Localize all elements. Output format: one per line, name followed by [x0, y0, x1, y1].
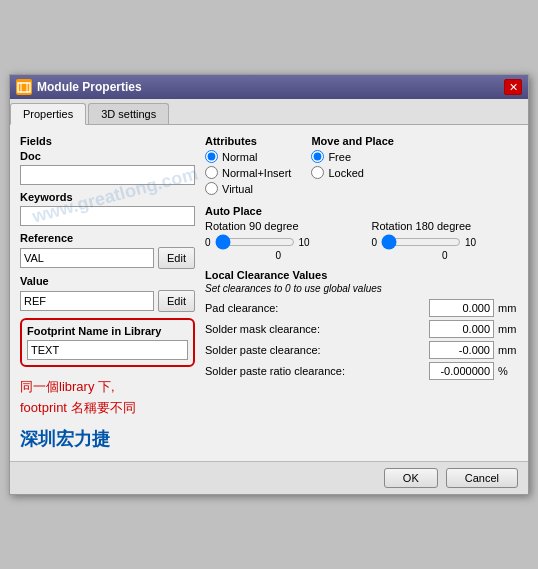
keywords-input[interactable]: [20, 206, 195, 226]
left-panel: Fields Doc Keywords Reference Edit Value…: [20, 135, 195, 451]
mp-locked[interactable]: Locked: [311, 166, 394, 179]
attributes-radio-group: Normal Normal+Insert Virtual: [205, 150, 291, 195]
lc-input-3[interactable]: [429, 362, 494, 380]
rotation90-slider[interactable]: [215, 234, 295, 250]
ok-button[interactable]: OK: [384, 468, 438, 488]
lc-input-2[interactable]: [429, 341, 494, 359]
window-title: Module Properties: [37, 80, 142, 94]
lc-unit-2: mm: [498, 344, 518, 356]
rotation90-group: Rotation 90 degree 0 10 0: [205, 220, 352, 261]
move-place-label: Move and Place: [311, 135, 394, 147]
lc-unit-3: %: [498, 365, 518, 377]
lc-row-2: Solder paste clearance: mm: [205, 341, 518, 359]
lc-label-1: Solder mask clearance:: [205, 323, 425, 335]
value-row: Edit: [20, 290, 195, 312]
lc-label-3: Solder paste ratio clearance:: [205, 365, 425, 377]
attr-normal-insert[interactable]: Normal+Insert: [205, 166, 291, 179]
cancel-button[interactable]: Cancel: [446, 468, 518, 488]
svg-rect-0: [18, 83, 30, 92]
footprint-box: Footprint Name in Library: [20, 318, 195, 367]
rotation90-value: 0: [205, 250, 352, 261]
lc-row-3: Solder paste ratio clearance: %: [205, 362, 518, 380]
rotation90-max: 10: [299, 237, 310, 248]
mp-free[interactable]: Free: [311, 150, 394, 163]
attributes-label: Attributes: [205, 135, 291, 147]
rotation180-group: Rotation 180 degree 0 10 0: [372, 220, 519, 261]
attributes-section: Attributes Normal Normal+Insert Vi: [205, 135, 291, 195]
right-panel: Attributes Normal Normal+Insert Vi: [205, 135, 518, 451]
module-properties-window: Module Properties ✕ Properties 3D settin…: [9, 74, 529, 495]
lc-unit-1: mm: [498, 323, 518, 335]
rotation180-value: 0: [372, 250, 519, 261]
lc-input-0[interactable]: [429, 299, 494, 317]
lc-unit-0: mm: [498, 302, 518, 314]
auto-place-section: Auto Place Rotation 90 degree 0 10 0 Rot…: [205, 205, 518, 261]
close-button[interactable]: ✕: [504, 79, 522, 95]
fields-label: Fields: [20, 135, 195, 147]
lc-label-0: Pad clearance:: [205, 302, 425, 314]
bottom-bar: OK Cancel: [10, 461, 528, 494]
lc-row-0: Pad clearance: mm: [205, 299, 518, 317]
local-clearance-section: Local Clearance Values Set clearances to…: [205, 269, 518, 380]
rotation90-slider-row: 0 10: [205, 234, 352, 250]
rotation180-slider[interactable]: [381, 234, 461, 250]
attr-virtual[interactable]: Virtual: [205, 182, 291, 195]
lc-input-1[interactable]: [429, 320, 494, 338]
lc-label-2: Solder paste clearance:: [205, 344, 425, 356]
lc-title: Local Clearance Values: [205, 269, 518, 281]
keywords-label: Keywords: [20, 191, 195, 203]
rotation180-min: 0: [372, 237, 378, 248]
rotation180-slider-row: 0 10: [372, 234, 519, 250]
rotation90-label: Rotation 90 degree: [205, 220, 352, 232]
annotation-line1: 同一個library 下,: [20, 377, 195, 398]
move-place-section: Move and Place Free Locked: [311, 135, 394, 195]
rotation90-min: 0: [205, 237, 211, 248]
reference-row: Edit: [20, 247, 195, 269]
lc-row-1: Solder mask clearance: mm: [205, 320, 518, 338]
auto-place-row: Rotation 90 degree 0 10 0 Rotation 180 d…: [205, 220, 518, 261]
footprint-input[interactable]: [27, 340, 188, 360]
value-input[interactable]: [20, 291, 154, 311]
tabs-bar: Properties 3D settings: [10, 99, 528, 125]
auto-place-label: Auto Place: [205, 205, 518, 217]
main-content: www.greatlong.com Fields Doc Keywords Re…: [10, 125, 528, 461]
value-label: Value: [20, 275, 195, 287]
doc-input[interactable]: [20, 165, 195, 185]
annotation-line2: footprint 名稱要不同: [20, 398, 195, 419]
title-bar-left: Module Properties: [16, 79, 142, 95]
reference-input[interactable]: [20, 248, 154, 268]
doc-label: Doc: [20, 150, 195, 162]
tab-3d-settings[interactable]: 3D settings: [88, 103, 169, 124]
attr-normal[interactable]: Normal: [205, 150, 291, 163]
move-place-radio-group: Free Locked: [311, 150, 394, 179]
rotation180-max: 10: [465, 237, 476, 248]
reference-edit-button[interactable]: Edit: [158, 247, 195, 269]
rotation180-label: Rotation 180 degree: [372, 220, 519, 232]
reference-label: Reference: [20, 232, 195, 244]
tab-properties[interactable]: Properties: [10, 103, 86, 125]
app-icon: [16, 79, 32, 95]
value-edit-button[interactable]: Edit: [158, 290, 195, 312]
title-bar: Module Properties ✕: [10, 75, 528, 99]
footprint-label: Footprint Name in Library: [27, 325, 188, 337]
brand: 深圳宏力捷: [20, 427, 195, 451]
right-top: Attributes Normal Normal+Insert Vi: [205, 135, 518, 195]
lc-note: Set clearances to 0 to use global values: [205, 283, 518, 294]
annotation: 同一個library 下, footprint 名稱要不同: [20, 377, 195, 419]
